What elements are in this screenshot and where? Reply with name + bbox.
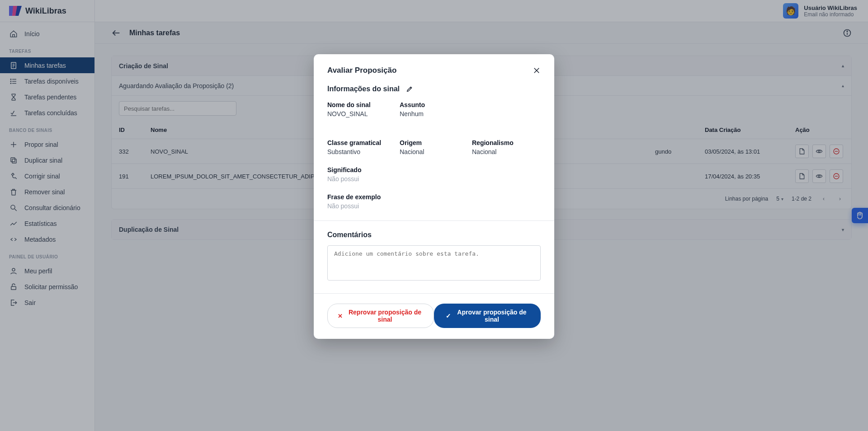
button-label: Aprovar proposição de sinal [455,309,529,323]
field-label: Classe gramatical [327,139,382,146]
field-value: Nenhum [400,110,454,117]
close-icon: ✕ [338,313,343,319]
field-label: Frase de exemplo [327,193,541,201]
check-icon: ✓ [446,312,451,319]
button-label: Reprovar proposição de sinal [346,309,424,323]
field-label: Assunto [400,101,454,108]
close-icon [533,66,541,75]
field-label: Regionalismo [472,139,526,146]
reject-button[interactable]: ✕ Reprovar proposição de sinal [327,304,434,328]
field-value: NOVO_SINAL [327,110,382,117]
comments-title: Comentários [327,231,541,239]
field-value: Não possui [327,175,541,183]
field-value: Substantivo [327,148,382,155]
pencil-icon [406,85,413,93]
modal-avaliar: Avaliar Proposição Informações do sinal … [314,54,554,339]
close-button[interactable] [533,66,541,75]
comments-input[interactable] [327,245,541,281]
modal-title: Avaliar Proposição [327,66,396,75]
approve-button[interactable]: ✓ Aprovar proposição de sinal [434,304,541,328]
field-label: Significado [327,166,541,173]
field-value: Nacional [400,148,454,155]
field-value: Não possui [327,202,541,210]
field-label: Nome do sinal [327,101,382,108]
modal-section-title: Informações do sinal [327,85,400,93]
modal-scrim[interactable]: Avaliar Proposição Informações do sinal … [0,0,868,431]
field-label: Origem [400,139,454,146]
field-value: Nacional [472,148,526,155]
edit-button[interactable] [406,85,413,93]
